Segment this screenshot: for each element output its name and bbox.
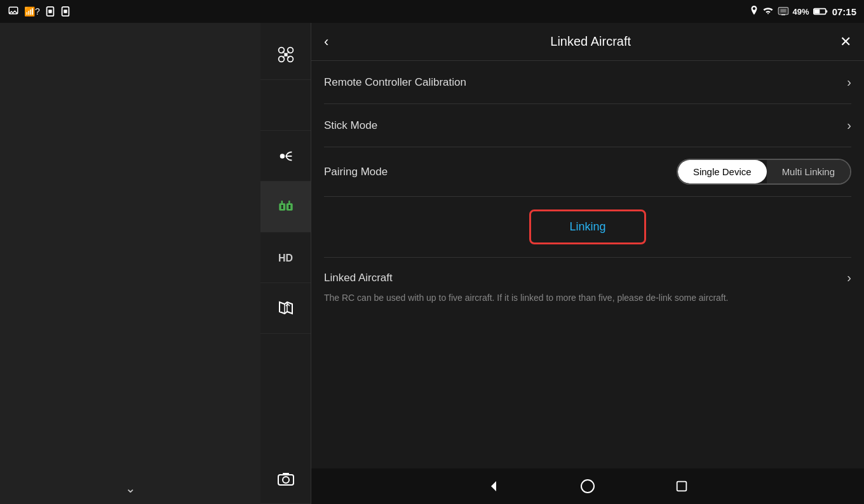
- linked-aircraft-description: The RC can be used with up to five aircr…: [324, 291, 851, 305]
- pairing-mode-row: Pairing Mode Single Device Multi Linking: [324, 147, 851, 197]
- sidebar-item-camera[interactable]: [260, 453, 311, 504]
- svg-rect-29: [288, 201, 290, 204]
- hd-label: HD: [278, 253, 293, 264]
- panel-header: ‹ Linked Aircraft ✕: [311, 23, 864, 61]
- bottom-navigation-bar: [311, 468, 864, 504]
- battery-icon: [813, 7, 828, 16]
- left-panel: ⌄: [0, 23, 260, 504]
- signal-icon: [277, 147, 295, 165]
- stick-mode-label: Stick Mode: [324, 119, 377, 132]
- svg-point-26: [288, 204, 290, 206]
- pairing-mode-toggle: Single Device Multi Linking: [677, 159, 851, 185]
- nav-home-button[interactable]: [579, 477, 597, 495]
- linked-aircraft-arrow: ›: [847, 270, 851, 285]
- device-icon: [277, 198, 295, 216]
- svg-point-37: [581, 480, 594, 493]
- linked-aircraft-section: Linked Aircraft › The RC can be used wit…: [324, 258, 851, 311]
- svg-rect-6: [781, 15, 785, 16]
- display-icon: [778, 7, 789, 16]
- camera-area: [0, 23, 260, 504]
- camera-icon: [277, 470, 295, 487]
- svg-point-21: [280, 154, 284, 158]
- sidebar-item-map[interactable]: [260, 283, 311, 334]
- svg-rect-38: [677, 482, 687, 491]
- svg-point-34: [283, 477, 289, 483]
- nav-recents-button[interactable]: [673, 477, 691, 495]
- svg-point-25: [281, 207, 283, 209]
- down-arrow-icon[interactable]: ⌄: [125, 481, 136, 496]
- settings-content: Remote Controller Calibration › Stick Mo…: [311, 61, 864, 468]
- svg-rect-2: [48, 10, 51, 13]
- sidebar-item-drone[interactable]: [260, 29, 311, 80]
- wifi-question-icon: 📶?: [24, 6, 40, 17]
- linked-aircraft-title-row[interactable]: Linked Aircraft ›: [324, 270, 851, 285]
- time-display: 07:15: [832, 6, 856, 17]
- svg-rect-35: [283, 473, 289, 475]
- stick-mode-arrow: ›: [847, 118, 851, 133]
- multi-linking-button[interactable]: Multi Linking: [767, 160, 850, 183]
- svg-rect-16: [284, 53, 287, 56]
- close-button[interactable]: ✕: [840, 34, 851, 50]
- sidebar-item-rtk[interactable]: [260, 80, 311, 131]
- linking-section: Linking: [324, 197, 851, 258]
- pairing-mode-label: Pairing Mode: [324, 166, 388, 178]
- bottom-nav-left: ⌄: [0, 472, 260, 504]
- nav-back-button[interactable]: [485, 477, 503, 495]
- nav-recents-icon: [675, 479, 689, 493]
- svg-point-27: [288, 207, 290, 209]
- svg-rect-8: [780, 9, 786, 12]
- setting-row-rc-calibration[interactable]: Remote Controller Calibration ›: [324, 61, 851, 104]
- sidebar-item-hd[interactable]: HD: [260, 232, 311, 283]
- sidebar-item-device[interactable]: [260, 182, 311, 232]
- sidebar: HD: [260, 23, 311, 504]
- battery-percent: 49%: [793, 7, 809, 17]
- svg-point-24: [281, 204, 283, 206]
- linking-button[interactable]: Linking: [529, 209, 645, 244]
- svg-rect-4: [64, 10, 67, 13]
- nav-back-icon: [486, 479, 501, 494]
- svg-rect-11: [814, 10, 820, 14]
- wifi-icon: [762, 7, 774, 16]
- sim1-icon: [45, 6, 55, 17]
- right-panel: ‹ Linked Aircraft ✕ Remote Controller Ca…: [311, 23, 864, 504]
- status-bar: 📶? 49% 07:15: [0, 0, 864, 23]
- svg-rect-28: [281, 201, 282, 204]
- svg-marker-36: [491, 481, 496, 491]
- nav-home-icon: [580, 479, 595, 494]
- main-layout: ⌄: [0, 23, 864, 504]
- map-icon: [277, 300, 295, 317]
- drone-icon: [277, 46, 295, 63]
- linked-aircraft-title: Linked Aircraft: [324, 272, 393, 284]
- svg-rect-10: [825, 10, 827, 12]
- rc-calibration-arrow: ›: [847, 75, 851, 90]
- status-right-icons: 49% 07:15: [750, 6, 856, 17]
- panel-title: Linked Aircraft: [341, 34, 840, 49]
- sidebar-item-signal[interactable]: [260, 131, 311, 182]
- rc-calibration-label: Remote Controller Calibration: [324, 76, 466, 89]
- single-device-button[interactable]: Single Device: [678, 160, 767, 183]
- gallery-icon: [8, 6, 19, 17]
- back-button[interactable]: ‹: [324, 34, 328, 50]
- svg-marker-30: [280, 302, 292, 314]
- status-left-icons: 📶?: [8, 6, 71, 17]
- setting-row-stick-mode[interactable]: Stick Mode ›: [324, 104, 851, 147]
- sim2-icon: [60, 6, 71, 17]
- location-icon: [750, 6, 759, 17]
